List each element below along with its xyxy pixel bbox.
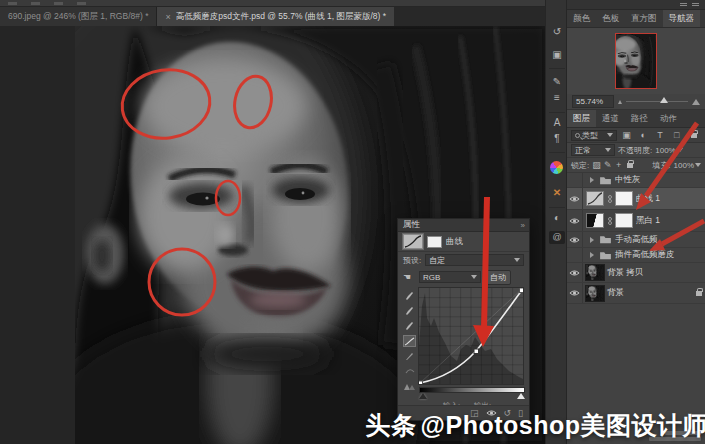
glyphs-panel-icon[interactable]: ✕ (546, 185, 568, 201)
zoom-in-icon[interactable] (692, 99, 700, 105)
panel-group-header (567, 0, 705, 10)
layer-row-group-manual-freq[interactable]: 手动高低频 (567, 232, 705, 248)
visibility-toggle[interactable] (567, 283, 583, 303)
layer-thumbnail[interactable] (586, 265, 604, 280)
tab-paths[interactable]: 路径 (625, 110, 654, 127)
tab-layers[interactable]: 图层 (567, 110, 596, 127)
mask-link-icon[interactable] (607, 217, 612, 225)
layer-row-curves-1[interactable]: 曲线 1 (567, 188, 705, 210)
eye-icon (569, 289, 580, 297)
visibility-toggle[interactable] (567, 263, 583, 282)
tab-actions[interactable]: 动作 (654, 110, 683, 127)
blend-mode-select[interactable]: 正常 (571, 144, 615, 156)
lock-transparency-icon[interactable]: ▨ (592, 160, 601, 171)
chevron-right-icon[interactable] (590, 252, 594, 258)
layer-name: 背景 (607, 287, 624, 299)
chevron-down-icon (605, 148, 611, 152)
filter-shape-layers-icon[interactable]: □ (669, 130, 684, 141)
tab-color[interactable]: 颜色 (567, 10, 596, 27)
navigator-tab-row: 颜色 色板 直方图 导航器 (567, 10, 705, 28)
smooth-curve-icon[interactable] (403, 365, 416, 377)
filter-adjustment-layers-icon[interactable]: ◐ (636, 130, 651, 141)
black-point-eyedropper-icon[interactable] (403, 290, 416, 302)
visibility-toggle[interactable] (567, 232, 583, 247)
close-tab-icon[interactable]: × (165, 12, 170, 22)
navigator-thumbnail[interactable] (616, 34, 656, 88)
zoom-slider-thumb[interactable] (660, 97, 668, 103)
chevron-right-icon[interactable] (590, 237, 594, 243)
tab-navigator[interactable]: 导航器 (663, 10, 701, 27)
clone-source-panel-icon[interactable]: ▣ (546, 47, 568, 63)
layer-thumbnail[interactable] (586, 286, 604, 301)
curves-grid[interactable] (419, 288, 523, 384)
channel-select[interactable]: RGB (419, 271, 481, 283)
curves-grid-wrap: 输入: 输出: (419, 288, 525, 411)
zoom-value-field[interactable]: 55.74% (572, 95, 614, 108)
layer-row-black-white-1[interactable]: 黑白 1 (567, 210, 705, 232)
tab-channels[interactable]: 通道 (596, 110, 625, 127)
layer-mask-thumbnail[interactable] (615, 213, 633, 228)
curves-adjustment-thumbnail[interactable] (586, 191, 604, 206)
visibility-toggle[interactable] (567, 173, 583, 187)
fill-select[interactable]: 100% (674, 161, 701, 170)
layer-mask-thumbnail[interactable] (615, 191, 633, 206)
preset-select[interactable]: 自定 (425, 254, 524, 266)
layer-row-background-copy[interactable]: 背景 拷贝 (567, 263, 705, 283)
info-panel-icon[interactable]: ◐ (546, 210, 568, 226)
tab-swatches[interactable]: 色板 (596, 10, 625, 27)
edit-points-tool-icon[interactable] (403, 335, 416, 347)
visibility-toggle[interactable] (567, 248, 583, 262)
preset-value: 自定 (429, 255, 445, 266)
curves-icon (403, 234, 423, 249)
layer-filter-row: 类型 ▣ ◐ T □ (567, 128, 705, 143)
document-tab-inactive[interactable]: 690.jpeg @ 246% (图层 1, RGB/8#) * (0, 7, 157, 26)
folder-icon (599, 251, 612, 260)
layer-row-group-plugin-freq[interactable]: 插件高低频磨皮 (567, 248, 705, 263)
document-tab-active[interactable]: × 高低频磨皮psd文件.psd @ 55.7% (曲线 1, 图层蒙版/8) … (157, 7, 394, 26)
mask-link-icon[interactable] (607, 195, 612, 203)
gray-point-eyedropper-icon[interactable] (403, 305, 416, 317)
document-tab-label: 高低频磨皮psd文件.psd @ 55.7% (曲线 1, 图层蒙版/8) * (176, 11, 386, 23)
layer-row-group-neutral-gray[interactable]: 中性灰 (567, 173, 705, 188)
tab-histogram[interactable]: 直方图 (625, 10, 663, 27)
filter-smart-objects-icon[interactable] (686, 130, 701, 141)
zoom-slider[interactable] (626, 101, 688, 102)
libraries-panel-icon[interactable]: @ (549, 231, 565, 244)
search-icon (575, 133, 580, 138)
auto-button[interactable]: 自动 (485, 270, 511, 285)
shadows-slider[interactable] (419, 393, 427, 399)
filter-type-layers-icon[interactable]: T (653, 130, 668, 141)
layer-name: 曲线 1 (636, 193, 660, 205)
white-point-eyedropper-icon[interactable] (403, 320, 416, 332)
lock-position-icon[interactable]: + (615, 160, 623, 171)
paragraph-panel-icon[interactable]: ¶ (546, 131, 568, 147)
opacity-select[interactable]: 100% (655, 146, 682, 155)
pencil-tool-icon[interactable] (403, 350, 416, 362)
chevron-right-icon[interactable] (590, 177, 594, 183)
opacity-value: 100% (655, 146, 675, 155)
layer-row-background[interactable]: 背景 (567, 283, 705, 304)
lock-pixels-icon[interactable]: ✎ (604, 160, 612, 171)
right-panel: 颜色 色板 直方图 导航器 55.74% 图层 通道 路径 动作 类型 (567, 0, 705, 444)
adjustments-panel-icon[interactable]: ≡ (546, 90, 568, 106)
brush-settings-panel-icon[interactable]: ✎ (546, 74, 568, 90)
document-tabbar: 690.jpeg @ 246% (图层 1, RGB/8#) * × 高低频磨皮… (0, 7, 545, 26)
layer-filter-type-select[interactable]: 类型 (571, 130, 617, 141)
filter-type-label: 类型 (582, 130, 598, 141)
lock-all-icon[interactable] (627, 163, 633, 168)
histogram-clip-icon[interactable] (403, 380, 416, 392)
opacity-label: 不透明度: (618, 145, 652, 156)
black-white-adjustment-thumbnail[interactable] (586, 213, 604, 228)
history-panel-icon[interactable]: ↺ (546, 24, 568, 40)
filter-pixel-layers-icon[interactable]: ▣ (619, 130, 634, 141)
visibility-toggle[interactable] (567, 210, 583, 231)
highlights-slider[interactable] (517, 393, 525, 399)
zoom-out-icon[interactable] (618, 100, 622, 104)
visibility-toggle[interactable] (567, 188, 583, 209)
layer-name: 插件高低频磨皮 (615, 249, 675, 261)
targeted-adjustment-icon[interactable]: ☚ (403, 272, 415, 282)
character-panel-icon[interactable]: A (546, 115, 568, 131)
color-wheel-panel-icon[interactable] (550, 161, 563, 174)
properties-header[interactable]: 属性 » (398, 219, 529, 232)
collapse-panel-icon[interactable]: » (521, 221, 524, 230)
